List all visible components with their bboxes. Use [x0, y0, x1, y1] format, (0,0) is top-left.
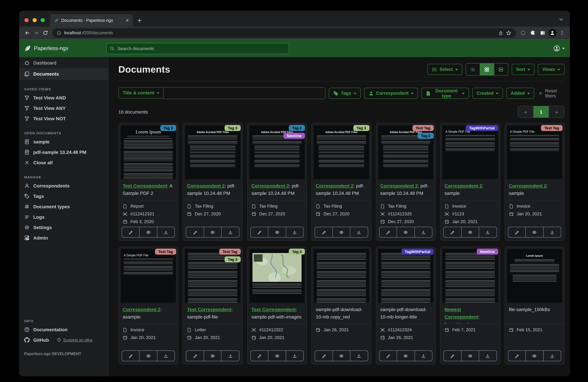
tag-badge[interactable]: Test Tag [412, 125, 434, 131]
download-document-button[interactable] [414, 350, 432, 361]
tab-close-icon[interactable] [125, 18, 129, 22]
tag-badge[interactable]: Tag 3 [225, 125, 241, 131]
close-window-button[interactable] [24, 18, 29, 22]
select-button[interactable]: Select [427, 64, 462, 75]
filter-added-button[interactable]: Added [506, 88, 534, 99]
tab-search-chevron-icon[interactable] [558, 17, 564, 22]
tag-badge[interactable]: TagWithPartial [401, 249, 434, 255]
preview-document-button[interactable] [204, 227, 222, 238]
correspondent-link[interactable]: Test Correspondent [123, 183, 167, 188]
filter-correspondent-button[interactable]: Correspondent [364, 88, 418, 99]
share-icon[interactable] [499, 31, 503, 35]
filter-document-type-button[interactable]: Document type [421, 88, 469, 99]
sidebar-item-test-view-and[interactable]: Test View AND [19, 92, 108, 103]
sidebar-item-test-view-not[interactable]: Test View NOT [19, 113, 108, 124]
correspondent-link[interactable]: Correspondent 2 [316, 183, 354, 188]
preview-document-button[interactable] [461, 350, 479, 361]
preview-document-button[interactable] [461, 227, 479, 238]
reload-button[interactable] [41, 28, 50, 38]
preview-document-button[interactable] [397, 350, 415, 361]
site-info-icon[interactable] [57, 31, 61, 35]
preview-document-button[interactable] [268, 350, 286, 361]
sidebar-item-admin[interactable]: Admin [19, 233, 108, 243]
preview-document-button[interactable] [139, 350, 157, 361]
tag-badge[interactable]: NewOne [284, 133, 305, 139]
document-thumbnail[interactable]: Adobe Acrobat PDF Files Test TagTag 2 [376, 123, 435, 179]
preview-document-button[interactable] [525, 227, 544, 238]
edit-document-button[interactable] [186, 227, 204, 238]
sidebar-item-github[interactable]: GitHubSuggest an idea [19, 335, 108, 345]
preview-document-button[interactable] [268, 227, 286, 238]
address-bar[interactable]: localhost:4200/documents [52, 28, 516, 38]
document-thumbnail[interactable] [312, 247, 371, 303]
download-document-button[interactable] [221, 227, 239, 238]
forward-button[interactable] [32, 28, 41, 38]
global-search-input[interactable] [117, 45, 285, 51]
tag-badge[interactable]: Tag 2 [289, 125, 305, 131]
correspondent-link[interactable]: Newest Correspondent [444, 307, 478, 320]
view-list-button[interactable] [466, 63, 480, 75]
edit-document-button[interactable] [251, 350, 269, 361]
sidebar-item-logs[interactable]: Logs [19, 212, 108, 222]
tag-badge[interactable]: NewOne [477, 249, 498, 255]
preview-document-button[interactable] [204, 350, 222, 361]
correspondent-link[interactable]: Correspondent 2 [123, 307, 160, 312]
download-document-button[interactable] [157, 350, 175, 361]
edit-document-button[interactable] [379, 350, 397, 361]
sidebar-item-correspondents[interactable]: Correspondents [19, 181, 108, 191]
preview-document-button[interactable] [525, 350, 544, 361]
tag-badge[interactable]: Test Tag [541, 125, 563, 131]
edit-document-button[interactable] [315, 350, 333, 361]
sidebar-item-suggest-an-idea[interactable]: Suggest an idea [57, 338, 92, 342]
minimize-window-button[interactable] [33, 18, 37, 22]
edit-document-button[interactable] [508, 350, 526, 361]
document-thumbnail[interactable]: A Simple PDF File TagWithPartial [441, 123, 500, 179]
correspondent-link[interactable]: Correspondent 2 [380, 183, 418, 188]
filter-text-input[interactable] [164, 87, 325, 99]
current-page-button[interactable]: 1 [533, 106, 549, 118]
tag-badge[interactable]: Test Tag [155, 249, 176, 255]
back-button[interactable] [22, 28, 32, 38]
preview-document-button[interactable] [139, 227, 157, 238]
tag-badge[interactable]: Tag 3 [225, 256, 241, 262]
sidebar-item-documents[interactable]: Documents [19, 68, 108, 79]
view-grid-button[interactable] [480, 63, 494, 75]
download-document-button[interactable] [157, 227, 175, 238]
profile-avatar[interactable] [548, 28, 557, 38]
document-thumbnail[interactable]: Tag 3 [248, 247, 307, 303]
filter-created-button[interactable]: Created [472, 88, 503, 99]
document-thumbnail[interactable]: Lorem ipsum [505, 247, 564, 303]
correspondent-link[interactable]: Correspondent 2 [187, 183, 225, 188]
new-tab-button[interactable] [137, 18, 142, 23]
download-document-button[interactable] [350, 227, 368, 238]
correspondent-link[interactable]: Test Correspondent [252, 307, 296, 312]
sidebar-item-sample[interactable]: sample [19, 136, 108, 147]
download-document-button[interactable] [543, 227, 561, 238]
document-thumbnail[interactable]: Lorem Ipsum Tag 2 [119, 123, 178, 179]
browser-menu-icon[interactable] [557, 28, 567, 38]
edit-document-button[interactable] [508, 227, 526, 238]
next-page-button[interactable]: » [549, 106, 564, 118]
sort-button[interactable]: Sort [512, 64, 535, 75]
extensions-puzzle-icon[interactable] [528, 28, 537, 38]
filter-tags-button[interactable]: Tags [329, 88, 360, 99]
correspondent-link[interactable]: Test Correspondent [187, 307, 231, 312]
preview-document-button[interactable] [333, 227, 351, 238]
document-thumbnail[interactable]: A Simple PDF File Test Tag [119, 247, 178, 303]
edit-document-button[interactable] [122, 227, 140, 238]
tag-badge[interactable]: TagWithPartial [466, 125, 498, 131]
tag-badge[interactable]: Tag 2 [160, 125, 176, 131]
edit-document-button[interactable] [186, 350, 204, 361]
edit-document-button[interactable] [443, 350, 462, 361]
reset-filters-button[interactable]: Reset filters [538, 88, 565, 98]
edit-document-button[interactable] [251, 227, 269, 238]
side-panel-icon[interactable] [538, 28, 547, 38]
download-document-button[interactable] [479, 350, 497, 361]
sidebar-item-test-view-any[interactable]: Test View ANY [19, 103, 108, 113]
global-search[interactable] [106, 43, 289, 54]
download-document-button[interactable] [286, 350, 304, 361]
document-thumbnail[interactable]: Test TagTag 3 [183, 247, 242, 303]
sidebar-item-tags[interactable]: Tags [19, 191, 108, 201]
user-menu[interactable] [553, 45, 565, 52]
view-detail-button[interactable] [494, 63, 508, 75]
